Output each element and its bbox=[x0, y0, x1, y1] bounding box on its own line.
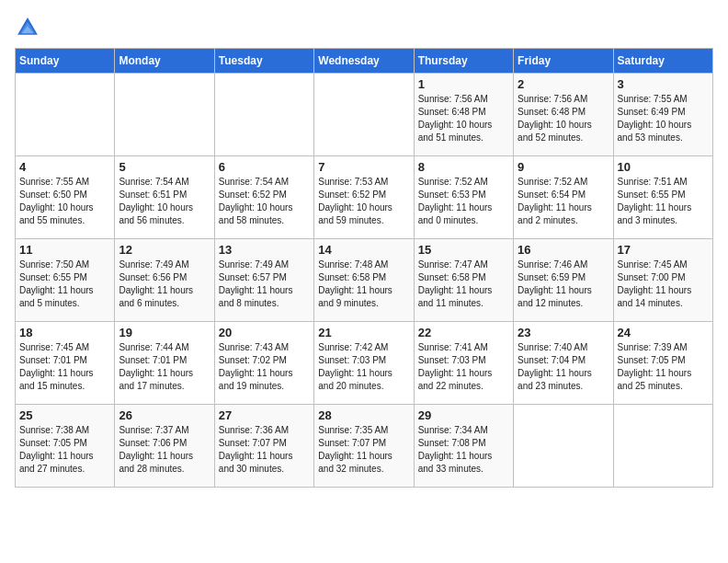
calendar-cell: 5Sunrise: 7:54 AM Sunset: 6:51 PM Daylig… bbox=[115, 156, 214, 239]
day-number: 20 bbox=[219, 326, 310, 339]
calendar-cell: 20Sunrise: 7:43 AM Sunset: 7:02 PM Dayli… bbox=[214, 322, 313, 405]
calendar-cell: 3Sunrise: 7:55 AM Sunset: 6:49 PM Daylig… bbox=[613, 74, 712, 156]
day-number: 11 bbox=[19, 243, 110, 257]
day-number: 10 bbox=[618, 160, 709, 174]
day-number: 4 bbox=[19, 160, 110, 174]
week-row-2: 4Sunrise: 7:55 AM Sunset: 6:50 PM Daylig… bbox=[16, 156, 713, 239]
day-number: 19 bbox=[119, 326, 210, 339]
header-day-wednesday: Wednesday bbox=[314, 49, 414, 74]
calendar-cell: 23Sunrise: 7:40 AM Sunset: 7:04 PM Dayli… bbox=[514, 322, 613, 405]
calendar-cell: 26Sunrise: 7:37 AM Sunset: 7:06 PM Dayli… bbox=[115, 405, 214, 488]
header-row: SundayMondayTuesdayWednesdayThursdayFrid… bbox=[16, 49, 713, 74]
day-info: Sunrise: 7:52 AM Sunset: 6:53 PM Dayligh… bbox=[418, 176, 509, 227]
day-info: Sunrise: 7:47 AM Sunset: 6:58 PM Dayligh… bbox=[418, 259, 509, 310]
day-number: 16 bbox=[518, 243, 609, 257]
calendar-cell: 25Sunrise: 7:38 AM Sunset: 7:05 PM Dayli… bbox=[16, 405, 115, 488]
day-number: 22 bbox=[418, 326, 509, 339]
day-number: 1 bbox=[418, 77, 509, 91]
day-number: 25 bbox=[19, 408, 110, 422]
calendar-cell: 16Sunrise: 7:46 AM Sunset: 6:59 PM Dayli… bbox=[514, 239, 613, 322]
day-number: 17 bbox=[618, 243, 709, 257]
day-info: Sunrise: 7:36 AM Sunset: 7:07 PM Dayligh… bbox=[219, 424, 310, 476]
day-info: Sunrise: 7:49 AM Sunset: 6:56 PM Dayligh… bbox=[119, 259, 210, 310]
calendar-cell: 10Sunrise: 7:51 AM Sunset: 6:55 PM Dayli… bbox=[613, 156, 712, 239]
day-info: Sunrise: 7:52 AM Sunset: 6:54 PM Dayligh… bbox=[518, 176, 609, 227]
day-info: Sunrise: 7:49 AM Sunset: 6:57 PM Dayligh… bbox=[219, 259, 310, 310]
calendar-cell: 14Sunrise: 7:48 AM Sunset: 6:58 PM Dayli… bbox=[314, 239, 414, 322]
calendar-cell: 18Sunrise: 7:45 AM Sunset: 7:01 PM Dayli… bbox=[16, 322, 115, 405]
calendar-cell: 24Sunrise: 7:39 AM Sunset: 7:05 PM Dayli… bbox=[613, 322, 712, 405]
calendar-cell: 21Sunrise: 7:42 AM Sunset: 7:03 PM Dayli… bbox=[314, 322, 414, 405]
day-number: 13 bbox=[219, 243, 310, 257]
calendar-cell bbox=[214, 74, 313, 156]
calendar-cell: 1Sunrise: 7:56 AM Sunset: 6:48 PM Daylig… bbox=[414, 74, 513, 156]
header-day-monday: Monday bbox=[115, 49, 214, 74]
day-info: Sunrise: 7:45 AM Sunset: 7:01 PM Dayligh… bbox=[19, 341, 110, 393]
calendar-cell: 22Sunrise: 7:41 AM Sunset: 7:03 PM Dayli… bbox=[414, 322, 513, 405]
day-number: 3 bbox=[618, 77, 709, 91]
day-number: 6 bbox=[219, 160, 310, 174]
calendar-cell: 29Sunrise: 7:34 AM Sunset: 7:08 PM Dayli… bbox=[414, 405, 513, 488]
calendar-cell: 15Sunrise: 7:47 AM Sunset: 6:58 PM Dayli… bbox=[414, 239, 513, 322]
calendar-cell: 27Sunrise: 7:36 AM Sunset: 7:07 PM Dayli… bbox=[214, 405, 313, 488]
day-info: Sunrise: 7:39 AM Sunset: 7:05 PM Dayligh… bbox=[618, 341, 709, 393]
day-info: Sunrise: 7:40 AM Sunset: 7:04 PM Dayligh… bbox=[518, 341, 609, 393]
day-info: Sunrise: 7:48 AM Sunset: 6:58 PM Dayligh… bbox=[318, 259, 409, 310]
day-info: Sunrise: 7:34 AM Sunset: 7:08 PM Dayligh… bbox=[418, 424, 509, 476]
calendar-cell: 12Sunrise: 7:49 AM Sunset: 6:56 PM Dayli… bbox=[115, 239, 214, 322]
day-info: Sunrise: 7:51 AM Sunset: 6:55 PM Dayligh… bbox=[618, 176, 709, 227]
day-info: Sunrise: 7:54 AM Sunset: 6:52 PM Dayligh… bbox=[219, 176, 310, 227]
calendar-cell: 11Sunrise: 7:50 AM Sunset: 6:55 PM Dayli… bbox=[16, 239, 115, 322]
calendar-cell bbox=[314, 74, 414, 156]
calendar-cell: 2Sunrise: 7:56 AM Sunset: 6:48 PM Daylig… bbox=[514, 74, 613, 156]
day-number: 28 bbox=[318, 408, 409, 422]
day-number: 29 bbox=[418, 408, 509, 422]
day-info: Sunrise: 7:44 AM Sunset: 7:01 PM Dayligh… bbox=[119, 341, 210, 393]
day-number: 24 bbox=[618, 326, 709, 339]
calendar-cell: 4Sunrise: 7:55 AM Sunset: 6:50 PM Daylig… bbox=[16, 156, 115, 239]
calendar-cell bbox=[115, 74, 214, 156]
calendar-cell: 19Sunrise: 7:44 AM Sunset: 7:01 PM Dayli… bbox=[115, 322, 214, 405]
day-info: Sunrise: 7:41 AM Sunset: 7:03 PM Dayligh… bbox=[418, 341, 509, 393]
day-info: Sunrise: 7:53 AM Sunset: 6:52 PM Dayligh… bbox=[318, 176, 409, 227]
day-info: Sunrise: 7:35 AM Sunset: 7:07 PM Dayligh… bbox=[318, 424, 409, 476]
day-number: 18 bbox=[19, 326, 110, 339]
day-info: Sunrise: 7:42 AM Sunset: 7:03 PM Dayligh… bbox=[318, 341, 409, 393]
week-row-5: 25Sunrise: 7:38 AM Sunset: 7:05 PM Dayli… bbox=[16, 405, 713, 488]
day-number: 21 bbox=[318, 326, 409, 339]
header-day-thursday: Thursday bbox=[414, 49, 513, 74]
day-info: Sunrise: 7:45 AM Sunset: 7:00 PM Dayligh… bbox=[618, 259, 709, 310]
day-number: 15 bbox=[418, 243, 509, 257]
header-day-tuesday: Tuesday bbox=[214, 49, 313, 74]
day-number: 5 bbox=[119, 160, 210, 174]
calendar-cell bbox=[514, 405, 613, 488]
calendar-cell: 17Sunrise: 7:45 AM Sunset: 7:00 PM Dayli… bbox=[613, 239, 712, 322]
day-info: Sunrise: 7:54 AM Sunset: 6:51 PM Dayligh… bbox=[119, 176, 210, 227]
day-number: 2 bbox=[518, 77, 609, 91]
calendar-cell: 6Sunrise: 7:54 AM Sunset: 6:52 PM Daylig… bbox=[214, 156, 313, 239]
day-info: Sunrise: 7:37 AM Sunset: 7:06 PM Dayligh… bbox=[119, 424, 210, 476]
calendar-cell: 13Sunrise: 7:49 AM Sunset: 6:57 PM Dayli… bbox=[214, 239, 313, 322]
header-day-sunday: Sunday bbox=[16, 49, 115, 74]
page-header bbox=[15, 15, 713, 40]
day-info: Sunrise: 7:56 AM Sunset: 6:48 PM Dayligh… bbox=[418, 93, 509, 144]
day-number: 8 bbox=[418, 160, 509, 174]
day-number: 14 bbox=[318, 243, 409, 257]
calendar-table: SundayMondayTuesdayWednesdayThursdayFrid… bbox=[15, 48, 713, 488]
calendar-cell bbox=[613, 405, 712, 488]
day-info: Sunrise: 7:55 AM Sunset: 6:49 PM Dayligh… bbox=[618, 93, 709, 144]
logo-icon bbox=[15, 15, 40, 40]
week-row-4: 18Sunrise: 7:45 AM Sunset: 7:01 PM Dayli… bbox=[16, 322, 713, 405]
logo bbox=[15, 15, 44, 40]
day-info: Sunrise: 7:46 AM Sunset: 6:59 PM Dayligh… bbox=[518, 259, 609, 310]
day-number: 26 bbox=[119, 408, 210, 422]
calendar-cell: 8Sunrise: 7:52 AM Sunset: 6:53 PM Daylig… bbox=[414, 156, 513, 239]
day-number: 7 bbox=[318, 160, 409, 174]
calendar-cell: 9Sunrise: 7:52 AM Sunset: 6:54 PM Daylig… bbox=[514, 156, 613, 239]
header-day-saturday: Saturday bbox=[613, 49, 712, 74]
week-row-3: 11Sunrise: 7:50 AM Sunset: 6:55 PM Dayli… bbox=[16, 239, 713, 322]
day-number: 9 bbox=[518, 160, 609, 174]
day-number: 27 bbox=[219, 408, 310, 422]
day-info: Sunrise: 7:56 AM Sunset: 6:48 PM Dayligh… bbox=[518, 93, 609, 144]
calendar-cell: 7Sunrise: 7:53 AM Sunset: 6:52 PM Daylig… bbox=[314, 156, 414, 239]
